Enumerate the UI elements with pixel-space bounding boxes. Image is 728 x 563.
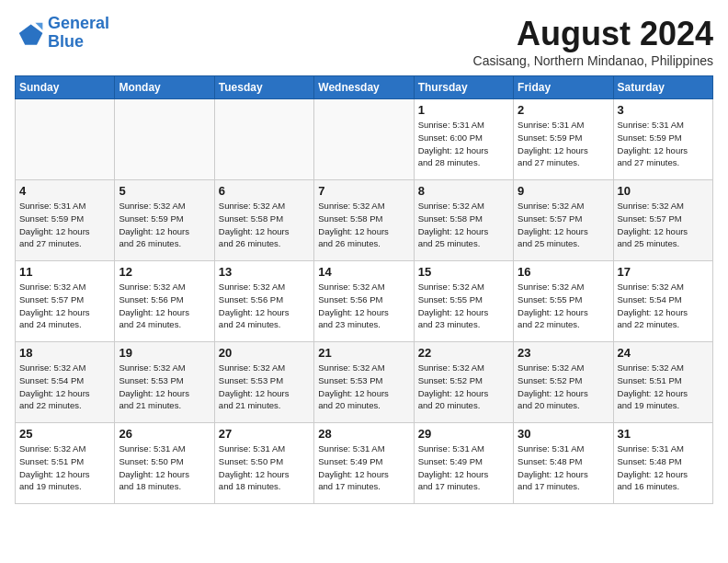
day-cell: 26Sunrise: 5:31 AM Sunset: 5:50 PM Dayli… [115,423,214,504]
header: General Blue August 2024 Casisang, North… [15,15,713,68]
day-number: 3 [618,103,709,117]
day-cell: 9Sunrise: 5:32 AM Sunset: 5:57 PM Daylig… [514,180,613,261]
day-number: 12 [119,265,210,279]
day-cell: 3Sunrise: 5:31 AM Sunset: 5:59 PM Daylig… [613,99,712,180]
calendar-table: SundayMondayTuesdayWednesdayThursdayFrid… [15,75,713,504]
day-info: Sunrise: 5:31 AM Sunset: 5:59 PM Dayligh… [618,119,709,169]
day-info: Sunrise: 5:32 AM Sunset: 5:56 PM Dayligh… [318,281,409,331]
day-number: 13 [219,265,310,279]
day-cell: 12Sunrise: 5:32 AM Sunset: 5:56 PM Dayli… [115,261,214,342]
day-info: Sunrise: 5:32 AM Sunset: 5:55 PM Dayligh… [418,281,509,331]
day-cell: 31Sunrise: 5:31 AM Sunset: 5:48 PM Dayli… [613,423,712,504]
day-number: 22 [418,346,509,360]
week-row-1: 1Sunrise: 5:31 AM Sunset: 6:00 PM Daylig… [16,99,713,180]
day-cell: 27Sunrise: 5:31 AM Sunset: 5:50 PM Dayli… [214,423,313,504]
day-number: 2 [518,103,609,117]
header-day-friday: Friday [514,76,613,99]
header-row: SundayMondayTuesdayWednesdayThursdayFrid… [16,76,713,99]
day-number: 11 [19,265,110,279]
day-cell: 23Sunrise: 5:32 AM Sunset: 5:52 PM Dayli… [514,342,613,423]
day-info: Sunrise: 5:32 AM Sunset: 5:56 PM Dayligh… [219,281,310,331]
day-cell: 17Sunrise: 5:32 AM Sunset: 5:54 PM Dayli… [613,261,712,342]
day-number: 16 [518,265,609,279]
day-cell: 7Sunrise: 5:32 AM Sunset: 5:58 PM Daylig… [314,180,414,261]
day-number: 7 [318,184,409,198]
day-cell: 19Sunrise: 5:32 AM Sunset: 5:53 PM Dayli… [115,342,214,423]
day-cell [16,99,115,180]
day-cell: 18Sunrise: 5:32 AM Sunset: 5:54 PM Dayli… [16,342,115,423]
day-info: Sunrise: 5:31 AM Sunset: 5:50 PM Dayligh… [119,442,210,493]
day-cell: 25Sunrise: 5:32 AM Sunset: 5:51 PM Dayli… [16,423,115,504]
day-number: 30 [518,427,609,441]
day-number: 19 [119,346,210,360]
day-info: Sunrise: 5:32 AM Sunset: 5:53 PM Dayligh… [119,362,210,412]
month-year: August 2024 [473,15,713,53]
day-cell [115,99,214,180]
day-number: 1 [418,103,509,117]
week-row-2: 4Sunrise: 5:31 AM Sunset: 5:59 PM Daylig… [16,180,713,261]
day-info: Sunrise: 5:32 AM Sunset: 5:58 PM Dayligh… [418,200,509,250]
day-cell: 15Sunrise: 5:32 AM Sunset: 5:55 PM Dayli… [414,261,513,342]
day-number: 17 [618,265,709,279]
day-number: 4 [19,184,110,198]
day-cell: 10Sunrise: 5:32 AM Sunset: 5:57 PM Dayli… [613,180,712,261]
day-number: 9 [518,184,609,198]
day-info: Sunrise: 5:31 AM Sunset: 5:59 PM Dayligh… [19,200,110,250]
day-number: 24 [618,346,709,360]
header-day-monday: Monday [115,76,214,99]
day-number: 10 [618,184,709,198]
day-cell: 29Sunrise: 5:31 AM Sunset: 5:49 PM Dayli… [414,423,513,504]
day-cell: 1Sunrise: 5:31 AM Sunset: 6:00 PM Daylig… [414,99,513,180]
day-info: Sunrise: 5:31 AM Sunset: 5:48 PM Dayligh… [618,442,709,493]
day-info: Sunrise: 5:32 AM Sunset: 5:56 PM Dayligh… [119,281,210,331]
day-number: 14 [318,265,409,279]
logo-text: General Blue [48,15,109,52]
day-cell: 28Sunrise: 5:31 AM Sunset: 5:49 PM Dayli… [314,423,414,504]
header-day-sunday: Sunday [16,76,115,99]
day-number: 27 [219,427,310,441]
day-number: 20 [219,346,310,360]
day-number: 6 [219,184,310,198]
day-cell: 5Sunrise: 5:32 AM Sunset: 5:59 PM Daylig… [115,180,214,261]
svg-marker-0 [19,24,43,44]
day-cell: 8Sunrise: 5:32 AM Sunset: 5:58 PM Daylig… [414,180,513,261]
day-cell: 14Sunrise: 5:32 AM Sunset: 5:56 PM Dayli… [314,261,414,342]
day-cell: 30Sunrise: 5:31 AM Sunset: 5:48 PM Dayli… [514,423,613,504]
day-cell [214,99,313,180]
day-info: Sunrise: 5:32 AM Sunset: 5:59 PM Dayligh… [119,200,210,250]
day-cell: 24Sunrise: 5:32 AM Sunset: 5:51 PM Dayli… [613,342,712,423]
day-cell: 21Sunrise: 5:32 AM Sunset: 5:53 PM Dayli… [314,342,414,423]
day-info: Sunrise: 5:32 AM Sunset: 5:57 PM Dayligh… [19,281,110,331]
day-number: 23 [518,346,609,360]
day-info: Sunrise: 5:32 AM Sunset: 5:54 PM Dayligh… [618,281,709,331]
day-number: 26 [119,427,210,441]
day-number: 25 [19,427,110,441]
day-cell: 11Sunrise: 5:32 AM Sunset: 5:57 PM Dayli… [16,261,115,342]
title-block: August 2024 Casisang, Northern Mindanao,… [473,15,713,68]
day-cell: 6Sunrise: 5:32 AM Sunset: 5:58 PM Daylig… [214,180,313,261]
day-cell: 16Sunrise: 5:32 AM Sunset: 5:55 PM Dayli… [514,261,613,342]
week-row-3: 11Sunrise: 5:32 AM Sunset: 5:57 PM Dayli… [16,261,713,342]
header-day-tuesday: Tuesday [214,76,313,99]
day-info: Sunrise: 5:31 AM Sunset: 6:00 PM Dayligh… [418,119,509,169]
day-cell: 20Sunrise: 5:32 AM Sunset: 5:53 PM Dayli… [214,342,313,423]
day-number: 18 [19,346,110,360]
day-number: 28 [318,427,409,441]
day-number: 31 [618,427,709,441]
location: Casisang, Northern Mindanao, Philippines [473,53,713,68]
week-row-5: 25Sunrise: 5:32 AM Sunset: 5:51 PM Dayli… [16,423,713,504]
day-info: Sunrise: 5:32 AM Sunset: 5:57 PM Dayligh… [518,200,609,250]
day-info: Sunrise: 5:32 AM Sunset: 5:52 PM Dayligh… [418,362,509,412]
day-info: Sunrise: 5:32 AM Sunset: 5:53 PM Dayligh… [318,362,409,412]
day-info: Sunrise: 5:31 AM Sunset: 5:50 PM Dayligh… [219,442,310,493]
day-number: 15 [418,265,509,279]
day-info: Sunrise: 5:32 AM Sunset: 5:54 PM Dayligh… [19,362,110,412]
day-info: Sunrise: 5:32 AM Sunset: 5:52 PM Dayligh… [518,362,609,412]
day-info: Sunrise: 5:32 AM Sunset: 5:57 PM Dayligh… [618,200,709,250]
logo: General Blue [15,15,109,52]
day-cell: 22Sunrise: 5:32 AM Sunset: 5:52 PM Dayli… [414,342,513,423]
day-number: 29 [418,427,509,441]
day-cell: 2Sunrise: 5:31 AM Sunset: 5:59 PM Daylig… [514,99,613,180]
header-day-wednesday: Wednesday [314,76,414,99]
header-day-saturday: Saturday [613,76,712,99]
